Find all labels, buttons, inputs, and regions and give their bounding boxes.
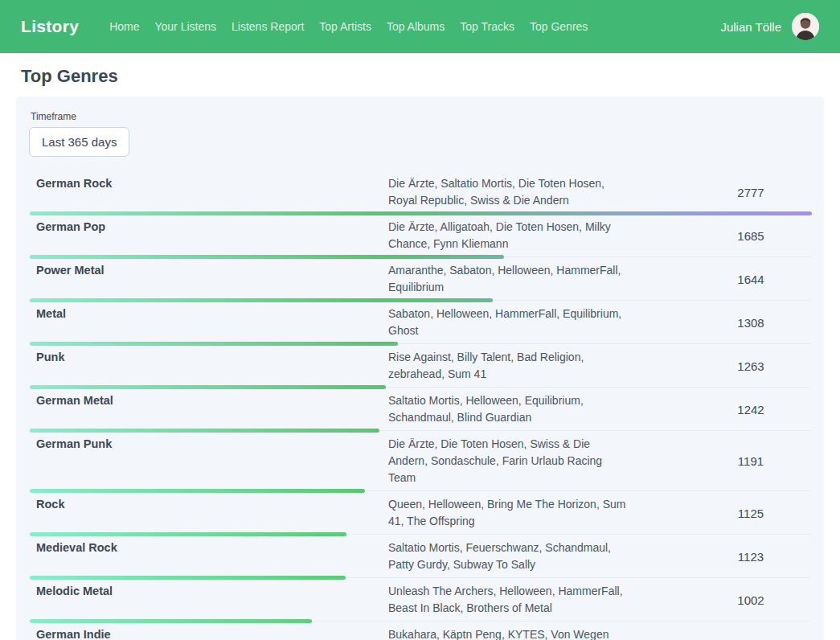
page-title: Top Genres: [21, 66, 824, 87]
genre-name: Metal: [29, 306, 388, 339]
genre-artists: Unleash The Archers, Helloween, HammerFa…: [388, 583, 629, 617]
top-genres-card: Timeframe Last 365 days German Rock Die …: [16, 96, 824, 640]
genre-count: 1242: [690, 403, 811, 416]
main-nav: Home Your Listens Listens Report Top Art…: [109, 20, 588, 33]
genre-artists: Die Ärzte, Alligatoah, Die Toten Hosen, …: [388, 219, 629, 252]
table-row: Medieval Rock Saltatio Mortis, Feuerschw…: [29, 535, 811, 578]
genre-artists: Sabaton, Helloween, HammerFall, Equilibr…: [388, 306, 629, 339]
genre-artists: Queen, Helloween, Bring Me The Horizon, …: [388, 496, 629, 530]
genre-name: Rock: [29, 496, 388, 530]
genre-artists: Die Ärzte, Die Toten Hosen, Swiss & Die …: [388, 436, 629, 486]
table-row: Rock Queen, Helloween, Bring Me The Hori…: [29, 491, 811, 535]
genre-progress-bar: [30, 489, 365, 493]
genre-name: Power Metal: [29, 262, 388, 296]
timeframe-select[interactable]: Last 365 days: [29, 127, 129, 157]
genre-name: Melodic Metal: [29, 583, 388, 617]
genre-name: German Rock: [29, 175, 388, 209]
genre-name: Punk: [29, 349, 388, 383]
user-avatar[interactable]: [792, 13, 819, 40]
nav-item-home[interactable]: Home: [109, 20, 139, 33]
nav-item-top-genres[interactable]: Top Genres: [530, 20, 588, 33]
nav-item-your-listens[interactable]: Your Listens: [154, 20, 216, 33]
genre-count: 1685: [690, 229, 811, 243]
nav-item-top-artists[interactable]: Top Artists: [319, 20, 371, 33]
table-row: German Punk Die Ärzte, Die Toten Hosen, …: [29, 431, 811, 491]
genre-count: 926: [690, 637, 811, 640]
genre-progress-bar: [30, 255, 504, 259]
table-row: German Pop Die Ärzte, Alligatoah, Die To…: [29, 214, 811, 257]
genre-count: 1125: [690, 507, 811, 520]
genre-artists: Die Ärzte, Saltatio Mortis, Die Toten Ho…: [388, 175, 629, 209]
table-row: Power Metal Amaranthe, Sabaton, Hellowee…: [29, 257, 811, 301]
genre-name: Medieval Rock: [29, 539, 388, 573]
genre-progress-bar: [30, 429, 379, 433]
genre-count: 1308: [690, 316, 811, 330]
table-row: German Rock Die Ärzte, Saltatio Mortis, …: [29, 170, 811, 214]
genre-name: German Punk: [29, 436, 388, 486]
table-row: Melodic Metal Unleash The Archers, Hello…: [29, 578, 811, 622]
app-logo[interactable]: Listory: [21, 17, 79, 36]
genre-artists: Bukahara, Käptn Peng, KYTES, Von Wegen L…: [388, 626, 629, 640]
genre-name: German Indie: [29, 626, 388, 640]
genre-count: 1191: [690, 454, 811, 468]
genre-count: 1644: [690, 273, 811, 286]
genre-progress-bar: [30, 532, 346, 536]
genre-progress-bar: [30, 619, 312, 623]
genre-count: 2777: [690, 186, 811, 199]
genre-artists: Amaranthe, Sabaton, Helloween, HammerFal…: [388, 262, 629, 296]
table-row: Punk Rise Against, Billy Talent, Bad Rel…: [29, 344, 811, 388]
nav-item-top-tracks[interactable]: Top Tracks: [460, 20, 514, 33]
genre-progress-bar: [30, 211, 812, 215]
genres-table: German Rock Die Ärzte, Saltatio Mortis, …: [29, 170, 811, 640]
genre-count: 1123: [690, 550, 811, 564]
genre-artists: Saltatio Mortis, Helloween, Equilibrium,…: [388, 392, 629, 426]
genre-count: 1002: [690, 593, 811, 607]
page-content: Top Genres Timeframe Last 365 days Germa…: [0, 53, 840, 640]
table-row: German Indie Bukahara, Käptn Peng, KYTES…: [29, 622, 811, 640]
genre-progress-bar: [30, 342, 398, 346]
app-header: Listory Home Your Listens Listens Report…: [0, 0, 840, 53]
table-row: German Metal Saltatio Mortis, Helloween,…: [29, 388, 811, 431]
genre-name: German Pop: [29, 219, 388, 252]
user-name[interactable]: Julian Tölle: [720, 20, 781, 34]
genre-artists: Saltatio Mortis, Feuerschwanz, Schandmau…: [388, 539, 629, 573]
nav-item-top-albums[interactable]: Top Albums: [387, 20, 445, 33]
genre-progress-bar: [30, 385, 386, 389]
genre-progress-bar: [30, 298, 493, 302]
genre-name: German Metal: [29, 392, 388, 426]
genre-count: 1263: [690, 359, 811, 373]
genre-progress-bar: [30, 576, 346, 580]
timeframe-label: Timeframe: [31, 111, 811, 122]
nav-item-listens-report[interactable]: Listens Report: [232, 20, 304, 33]
genre-artists: Rise Against, Billy Talent, Bad Religion…: [388, 349, 629, 383]
avatar-photo-icon: [792, 13, 819, 40]
table-row: Metal Sabaton, Helloween, HammerFall, Eq…: [29, 301, 811, 344]
